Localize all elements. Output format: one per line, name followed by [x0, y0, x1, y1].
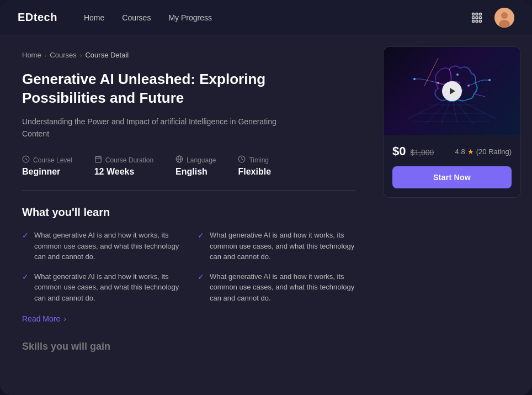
breadcrumb-sep-2: ›: [80, 52, 82, 59]
navbar: EDtech Home Courses My Progress: [0, 0, 532, 35]
meta-language-label: Language: [187, 156, 216, 164]
breadcrumb-sep-1: ›: [45, 52, 47, 59]
svg-rect-6: [472, 20, 475, 22]
price-row: $0 $1,000 4.8 ★ (20 Rating): [392, 144, 512, 159]
course-title: Generative AI Unleashed: Exploring Possi…: [22, 70, 298, 108]
star-icon: ★: [467, 148, 474, 156]
breadcrumb-current: Course Detail: [85, 51, 129, 59]
main-content: Home › Courses › Course Detail Generativ…: [0, 35, 532, 395]
avatar[interactable]: [494, 8, 514, 28]
meta-duration-value: 12 Weeks: [94, 167, 153, 177]
cart-icon[interactable]: [468, 9, 486, 27]
svg-rect-7: [476, 20, 478, 22]
learn-section-title: What you'll learn: [22, 206, 355, 219]
breadcrumb-home[interactable]: Home: [22, 51, 41, 59]
timing-icon: [238, 155, 246, 165]
meta-timing: Timing Flexible: [238, 155, 271, 177]
svg-rect-8: [480, 20, 482, 22]
duration-icon: [94, 155, 102, 165]
svg-rect-13: [95, 157, 101, 163]
svg-line-37: [474, 94, 485, 97]
level-icon: [22, 155, 30, 165]
start-now-button[interactable]: Start Now: [392, 166, 512, 188]
nav-actions: [468, 8, 514, 28]
price-current: $0: [392, 144, 406, 159]
play-triangle-icon: [450, 88, 455, 94]
course-description: Understanding the Power and Impact of ar…: [22, 115, 287, 140]
svg-point-41: [413, 78, 416, 80]
learn-text-2: What generative AI is and how it works, …: [210, 230, 355, 262]
meta-level-label: Course Level: [33, 156, 72, 164]
learn-text-3: What generative AI is and how it works, …: [210, 271, 355, 304]
language-icon: [175, 155, 183, 165]
svg-rect-4: [480, 13, 482, 15]
nav-links: Home Courses My Progress: [84, 13, 468, 22]
read-more-chevron: ›: [63, 314, 66, 323]
meta-language: Language English: [175, 155, 216, 177]
meta-level-value: Beginner: [22, 167, 72, 177]
nav-courses[interactable]: Courses: [122, 13, 151, 22]
svg-rect-0: [472, 13, 475, 15]
course-thumbnail: [384, 47, 520, 135]
check-icon-1: ✓: [22, 272, 29, 281]
meta-level: Course Level Beginner: [22, 155, 72, 177]
meta-timing-value: Flexible: [238, 167, 271, 177]
learn-text-0: What generative AI is and how it works, …: [34, 230, 180, 262]
meta-timing-label: Timing: [249, 156, 269, 164]
breadcrumb-courses[interactable]: Courses: [50, 51, 76, 59]
learn-section: What you'll learn ✓ What generative AI i…: [22, 206, 355, 323]
breadcrumb: Home › Courses › Course Detail: [22, 51, 355, 59]
rating-count: (20 Rating): [476, 148, 512, 156]
meta-duration: Course Duration 12 Weeks: [94, 155, 153, 177]
svg-rect-5: [480, 17, 482, 19]
read-more-text: Read More: [22, 314, 60, 323]
price-group: $0 $1,000: [392, 144, 434, 159]
svg-point-36: [488, 79, 491, 81]
learn-item-1: ✓ What generative AI is and how it works…: [22, 271, 180, 304]
nav-progress[interactable]: My Progress: [168, 13, 212, 22]
course-card: $0 $1,000 4.8 ★ (20 Rating) Start Now: [383, 46, 521, 198]
read-more-link[interactable]: Read More ›: [22, 314, 355, 323]
card-body: $0 $1,000 4.8 ★ (20 Rating) Start Now: [384, 135, 520, 197]
check-icon-2: ✓: [198, 231, 204, 240]
brand-logo: EDtech: [18, 11, 57, 24]
price-original: $1,000: [410, 148, 434, 157]
meta-duration-label: Course Duration: [105, 156, 153, 164]
left-panel: Home › Courses › Course Detail Generativ…: [0, 35, 377, 395]
play-button[interactable]: [442, 81, 462, 101]
course-meta: Course Level Beginner: [22, 155, 355, 191]
svg-point-10: [501, 12, 508, 19]
meta-language-value: English: [175, 167, 216, 177]
skills-heading: Skills you will gain: [22, 336, 355, 352]
right-panel: $0 $1,000 4.8 ★ (20 Rating) Start Now: [377, 35, 532, 395]
learn-item-0: ✓ What generative AI is and how it works…: [22, 230, 180, 262]
learn-text-1: What generative AI is and how it works, …: [34, 271, 180, 304]
learn-item-3: ✓ What generative AI is and how it works…: [198, 271, 355, 304]
svg-rect-1: [472, 17, 475, 19]
rating-group: 4.8 ★ (20 Rating): [455, 148, 512, 156]
check-icon-0: ✓: [22, 231, 29, 240]
svg-rect-2: [476, 13, 478, 15]
svg-point-31: [456, 73, 459, 76]
learn-item-2: ✓ What generative AI is and how it works…: [198, 230, 355, 262]
rating-value: 4.8: [455, 148, 465, 156]
device-frame: EDtech Home Courses My Progress: [0, 0, 532, 395]
learn-grid: ✓ What generative AI is and how it works…: [22, 230, 355, 303]
nav-home[interactable]: Home: [84, 13, 104, 22]
svg-rect-3: [476, 17, 478, 19]
check-icon-3: ✓: [198, 272, 204, 281]
